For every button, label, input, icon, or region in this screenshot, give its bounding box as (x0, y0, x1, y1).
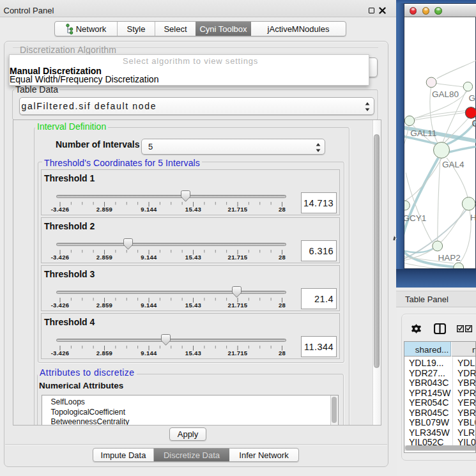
svg-text:C: C (472, 118, 476, 128)
svg-text:HAP2: HAP2 (438, 253, 461, 263)
svg-text:GAL4: GAL4 (442, 160, 464, 169)
svg-text:H: H (470, 213, 476, 222)
svg-text:G.: G. (468, 93, 476, 103)
svg-text:GCY1: GCY1 (404, 213, 426, 223)
svg-text:GAL11: GAL11 (410, 128, 436, 138)
svg-text:GAL80: GAL80 (432, 89, 459, 99)
